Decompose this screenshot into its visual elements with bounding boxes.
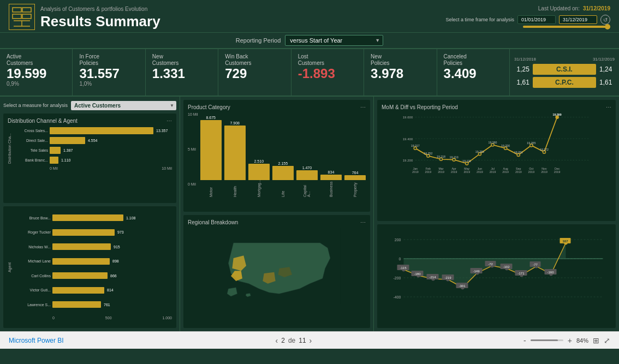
measure-select-wrapper: Active Customers ▼ — [71, 100, 176, 110]
svg-text:2019: 2019 — [554, 170, 561, 174]
svg-text:19.218: 19.218 — [437, 155, 445, 158]
svg-rect-1 — [22, 8, 31, 12]
svg-text:Aug: Aug — [503, 167, 508, 170]
csi-row-2: 1,61 C.P.C. 1,61 — [514, 77, 615, 88]
agent-bar-nicholas: Nicholas W... 915 — [15, 243, 172, 250]
view-icon-2[interactable]: ⤢ — [604, 336, 610, 345]
svg-text:-200: -200 — [393, 276, 401, 280]
right-panel: MoM & Diff vs Reporting Period ⋯ 19.600 … — [374, 97, 619, 331]
csi-left-val-2: 1,61 — [514, 79, 529, 86]
header: Analysis of Customers & portfolios Evolu… — [0, 0, 619, 33]
timeline-slider[interactable] — [523, 26, 610, 28]
kpi-canceled-label: CanceledPolicies — [444, 53, 503, 67]
svg-text:-219: -219 — [444, 276, 451, 279]
end-date-input[interactable] — [559, 15, 597, 24]
reporting-select[interactable]: versus Start of Year — [285, 35, 383, 46]
svg-text:2019: 2019 — [451, 170, 457, 174]
svg-text:Apr: Apr — [452, 167, 456, 170]
svg-marker-78 — [404, 243, 566, 288]
logo-icon — [9, 4, 35, 30]
agent-x-1000: 1.000 — [162, 316, 172, 320]
measure-select[interactable]: Active Customers — [71, 101, 176, 110]
pagination: ‹ 2 de 11 › — [276, 336, 312, 345]
regional-icon[interactable]: ⋯ — [360, 219, 366, 225]
svg-text:-102: -102 — [503, 265, 510, 268]
svg-text:-301: -301 — [459, 284, 466, 288]
zoom-plus-btn[interactable]: + — [568, 336, 572, 345]
csi-dates: 31/12/2018 31/12/2019 — [514, 57, 615, 62]
svg-text:-115: -115 — [400, 266, 407, 270]
kpi-canceled-value: 3.409 — [444, 67, 503, 81]
mom-chart: MoM & Diff vs Reporting Period ⋯ 19.600 … — [377, 100, 616, 221]
time-frame-controls: Select a time frame for analysis ↺ — [445, 15, 610, 28]
svg-text:Jan: Jan — [413, 167, 418, 170]
svg-text:19.283: 19.283 — [475, 150, 484, 153]
prod-bar-capital: 1.470 Capital A... — [296, 166, 318, 197]
us-map-svg — [188, 228, 366, 304]
svg-text:2019: 2019 — [477, 170, 483, 174]
kpi-winback-value: 729 — [225, 67, 284, 81]
next-page-arrow[interactable]: › — [310, 336, 312, 345]
svg-text:2019: 2019 — [463, 170, 470, 174]
svg-text:Sep: Sep — [516, 167, 521, 170]
power-bi-link[interactable]: Microsoft Power BI — [9, 337, 64, 344]
dist-channel-title: Distribution Channel & Agent — [8, 118, 78, 124]
middle-panel: Product Category ⋯ 10 Mil 5 Mil 0 Mil 8.… — [180, 97, 374, 331]
dist-channel-icon[interactable]: ⋯ — [166, 118, 172, 124]
svg-text:19.600: 19.600 — [403, 115, 413, 119]
diff-line-chart: 200 0 -200 -400 — [382, 229, 611, 316]
svg-text:2019: 2019 — [502, 170, 509, 174]
agent-bar-lawrence: Lawrence S... 761 — [15, 301, 172, 308]
header-title-group: Analysis of Customers & portfolios Evolu… — [40, 3, 160, 30]
svg-text:19.252: 19.252 — [424, 152, 432, 155]
svg-text:19.360: 19.360 — [488, 141, 497, 144]
agent-bar-michael: Michael Lane 898 — [15, 258, 172, 265]
product-icon[interactable]: ⋯ — [360, 104, 366, 110]
zoom-minus-btn[interactable]: - — [523, 336, 526, 345]
refresh-icon[interactable]: ↺ — [600, 15, 610, 25]
kpi-newpol-value: 3.978 — [371, 67, 430, 81]
zoom-slider-track[interactable] — [531, 339, 563, 341]
prod-bar-health: 7.908 Health — [224, 121, 246, 197]
csi-panel: 31/12/2018 31/12/2019 1,25 C.S.I. 1,24 1… — [510, 49, 619, 96]
dist-x-label-0: 0 Mil — [50, 166, 58, 170]
svg-text:2019: 2019 — [425, 170, 432, 174]
page-current: 2 — [281, 337, 285, 344]
left-panel: Select a measure for analysis Active Cus… — [0, 97, 180, 331]
regional-chart: Regional Breakdown ⋯ — [183, 215, 370, 328]
kpi-force-sub: 1,0% — [79, 81, 138, 87]
svg-text:19.131: 19.131 — [462, 159, 471, 163]
svg-text:19.355: 19.355 — [527, 141, 535, 145]
svg-text:Oct: Oct — [529, 167, 534, 170]
header-right: Last Updated on: 31/12/2019 Select a tim… — [445, 5, 610, 28]
svg-text:2019: 2019 — [412, 170, 419, 174]
dist-channel-y-label: Distribution Cha... — [8, 127, 14, 170]
kpi-active-value: 19.599 — [7, 67, 66, 81]
svg-text:19.400: 19.400 — [403, 137, 413, 141]
main-content: Select a measure for analysis Active Cus… — [0, 97, 619, 331]
mom-icon[interactable]: ⋯ — [606, 104, 611, 110]
svg-text:200: 200 — [395, 238, 401, 242]
page-total: 11 — [299, 337, 306, 344]
svg-text:19.213: 19.213 — [450, 156, 459, 159]
svg-text:-214: -214 — [429, 276, 436, 279]
kpi-new-value: 1.331 — [152, 67, 211, 81]
agent-bar-victor: Victor Guti... 814 — [15, 287, 172, 294]
agent-bar-carl: Carl Collins 866 — [15, 272, 172, 279]
page-de-label: de — [288, 337, 295, 344]
kpi-row: ActiveCustomers 19.599 0,9% In ForcePoli… — [0, 49, 619, 97]
prev-page-arrow[interactable]: ‹ — [276, 336, 278, 345]
agent-chart: Agent Bruce Bow... 1.108 Roger Tucker 97… — [3, 206, 176, 328]
header-subtitle: Analysis of Customers & portfolios Evolu… — [40, 6, 147, 12]
mom-line-chart: 19.600 19.400 19.200 — [382, 112, 611, 189]
prod-y-5mil: 5 Mil — [188, 147, 198, 151]
svg-text:2019: 2019 — [515, 170, 522, 174]
start-date-input[interactable] — [517, 15, 556, 24]
last-updated-label: Last Updated on: — [538, 5, 580, 11]
measure-selector: Select a measure for analysis Active Cus… — [3, 100, 176, 110]
svg-text:0: 0 — [399, 257, 401, 261]
view-icon-1[interactable]: ⊞ — [593, 336, 599, 345]
prod-y-0mil: 0 Mil — [188, 182, 198, 186]
kpi-force-label: In ForcePolicies — [79, 53, 138, 67]
svg-text:-171: -171 — [517, 272, 525, 275]
